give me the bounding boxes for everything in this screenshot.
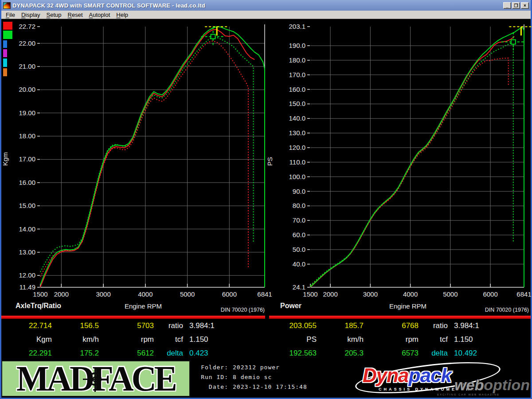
y-tick-label: 11.49 xyxy=(20,283,35,291)
readout-value: 203.055 xyxy=(266,321,318,330)
run-info-value: 2023-12-10 17:15:48 xyxy=(233,383,307,390)
run-info-label: Date: xyxy=(196,383,228,390)
x-tick-label: 2000 xyxy=(323,290,337,298)
readout-value: 6573 xyxy=(365,349,420,358)
y-tick-label: 16.00 xyxy=(19,179,35,186)
chart-area: 150020003000400050006000684122.7222.0021… xyxy=(1,19,531,398)
menu-autoplot[interactable]: Autoplot xyxy=(86,11,113,19)
y-tick-label: 120.0 xyxy=(289,144,305,151)
readout-value: 6768 xyxy=(365,321,420,330)
y-tick-label: 170.0 xyxy=(289,71,305,78)
y-axis-label: Kgm xyxy=(1,152,9,166)
y-tick-label: 100.0 xyxy=(289,173,305,180)
menu-setup[interactable]: Setup xyxy=(43,11,65,19)
run-info-row: Folder:202312 power xyxy=(196,364,349,371)
readout-side-value: 3.984:1 xyxy=(451,321,531,330)
readout-value: 175.2 xyxy=(54,349,101,358)
readout-value: 192.563 xyxy=(266,349,318,358)
readout-value: 5703 xyxy=(101,321,156,330)
series-run1-torque-smoothed xyxy=(40,41,248,277)
app-window: DYNAPACK 32 4WD with SMART CONTROL SOFTW… xyxy=(0,0,532,399)
x-tick-label: 4000 xyxy=(403,290,418,298)
power-chart-standard: DIN 70020 (1976) xyxy=(400,307,529,313)
series-run2-power xyxy=(310,27,524,287)
x-tick-label: 5000 xyxy=(180,290,195,298)
menu-help[interactable]: Help xyxy=(113,11,131,19)
y-tick-label: 90.0 xyxy=(293,188,305,195)
x-tick-label: 6000 xyxy=(483,290,497,298)
crosshair-target-icon xyxy=(86,371,104,388)
power-chart-title: Power xyxy=(280,302,301,310)
run-info-row: Run ID:8 demio sc xyxy=(196,374,349,380)
y-tick-label: 160.0 xyxy=(289,86,305,93)
y-tick-label: 14.00 xyxy=(19,225,35,233)
readout-value: 5612 xyxy=(101,349,156,358)
readout-value: 185.7 xyxy=(318,321,365,330)
readout-value: 22.714 xyxy=(1,321,54,330)
y-tick-label: 12.00 xyxy=(19,271,35,279)
run-info-label: Run ID: xyxy=(196,374,228,380)
y-tick-label: 203.1 xyxy=(289,23,305,30)
close-button[interactable]: × xyxy=(521,2,529,9)
x-tick-label: 1500 xyxy=(33,290,47,298)
readout-value: 22.291 xyxy=(1,349,54,358)
minimize-button[interactable]: _ xyxy=(503,2,511,9)
readout-block-power: 203.055185.76768ratio3.984:1PSkm/hrpmtcf… xyxy=(266,319,531,360)
y-tick-label: 19.00 xyxy=(19,109,35,117)
torque-chart: 150020003000400050006000684122.7222.0021… xyxy=(1,19,266,316)
y-tick-label: 50.0 xyxy=(293,246,305,253)
menu-file[interactable]: File xyxy=(3,11,18,19)
run-info-label: Folder: xyxy=(196,364,228,371)
run-info-row: Date:2023-12-10 17:15:48 xyxy=(196,383,349,390)
menu-bar: FileDisplaySetupResetAutoplotHelp xyxy=(1,11,531,19)
readout-side-label: tcf xyxy=(156,335,187,344)
bottom-strip: MADFACE Folder:202312 powerRun ID:8 demi… xyxy=(1,360,531,398)
readout-panel: 22.714156.55703ratio3.984:1Kgmkm/hrpmtcf… xyxy=(1,319,531,360)
readout-side-label: delta xyxy=(420,349,451,358)
y-tick-label: 18.00 xyxy=(19,132,35,140)
y-tick-label: 140.0 xyxy=(289,114,305,122)
y-tick-label: 22.00 xyxy=(19,39,35,47)
menu-display[interactable]: Display xyxy=(18,11,43,19)
readout-value: Kgm xyxy=(1,335,54,344)
y-tick-label: 21.00 xyxy=(19,63,35,70)
y-tick-label: 40.0 xyxy=(293,260,305,268)
readout-value: km/h xyxy=(54,335,101,344)
app-icon xyxy=(3,2,11,9)
readout-value: PS xyxy=(266,335,318,344)
y-tick-label: 80.0 xyxy=(293,202,305,209)
readout-value: rpm xyxy=(101,335,156,344)
y-tick-label: 190.0 xyxy=(289,42,305,49)
x-tick-label: 3000 xyxy=(363,290,378,298)
series-run2-torque-smoothed xyxy=(40,37,254,272)
y-axis-label: PS xyxy=(266,157,274,166)
menu-reset[interactable]: Reset xyxy=(65,11,86,19)
divider-bar-right xyxy=(269,316,531,319)
readout-side-value: 10.492 xyxy=(451,349,531,358)
restore-button[interactable]: ❐ xyxy=(512,2,520,9)
x-tick-label: 2000 xyxy=(54,290,69,298)
x-tick-label: 5000 xyxy=(443,290,458,298)
readout-value: km/h xyxy=(318,335,365,344)
y-tick-label: 150.0 xyxy=(289,100,305,107)
x-tick-label: 1500 xyxy=(303,290,317,298)
y-tick-label: 20.00 xyxy=(19,86,35,93)
x-tick-label: 6841 xyxy=(516,290,531,298)
cursor-green-marker-box[interactable] xyxy=(211,34,215,39)
series-run2-torque xyxy=(40,27,265,287)
series-run1-torque xyxy=(40,29,254,287)
y-tick-label: 130.0 xyxy=(289,129,305,137)
readout-side-value: 3.984:1 xyxy=(187,321,266,330)
readout-side-value: 1.150 xyxy=(187,335,266,344)
x-tick-label: 3000 xyxy=(96,290,110,298)
readout-side-label: ratio xyxy=(420,321,451,330)
cursor-green-marker-box[interactable] xyxy=(511,40,516,44)
readout-side-label: delta xyxy=(156,349,187,358)
run-info-value: 202312 power xyxy=(233,364,280,371)
y-tick-label: 17.00 xyxy=(19,155,35,163)
y-tick-label: 13.00 xyxy=(19,248,35,256)
run-info-panel: Folder:202312 powerRun ID:8 demio scDate… xyxy=(192,360,349,397)
dynapack-logo: Dynapack CHASSIS DYNAMOMETERS weboption … xyxy=(350,360,531,397)
window-controls: _❐× xyxy=(503,2,529,9)
window-title: DYNAPACK 32 4WD with SMART CONTROL SOFTW… xyxy=(12,2,503,9)
